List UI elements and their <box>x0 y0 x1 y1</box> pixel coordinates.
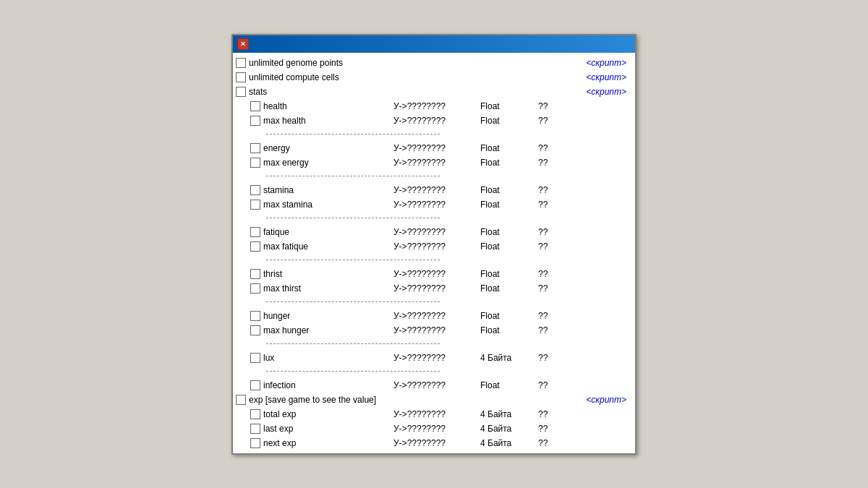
item-row: hunger У->???????? Float ?? <box>233 309 635 323</box>
item-qmarks: ?? <box>538 438 560 448</box>
section-script: <скрипт> <box>586 87 632 97</box>
item-checkbox[interactable] <box>250 101 260 111</box>
top-header-checkbox[interactable] <box>236 58 246 68</box>
item-value: У->???????? <box>393 311 480 321</box>
item-type: Float <box>480 185 538 195</box>
separator-row <box>233 128 635 141</box>
item-label: lux <box>263 353 393 363</box>
item-value: У->???????? <box>393 353 480 363</box>
content-area: unlimited genome points <скрипт> unlimit… <box>233 53 635 453</box>
item-checkbox[interactable] <box>250 200 260 210</box>
separator-row <box>233 338 635 351</box>
item-qmarks: ?? <box>538 269 560 279</box>
separator-line <box>266 343 440 344</box>
item-qmarks: ?? <box>538 325 560 335</box>
top-header-script: <скрипт> <box>586 58 632 68</box>
item-label: max health <box>263 116 393 126</box>
item-label: max stamina <box>263 200 393 210</box>
item-row: last exp У->???????? 4 Байта ?? <box>233 421 635 436</box>
item-row: total exp У->???????? 4 Байта ?? <box>233 407 635 421</box>
separator-row <box>233 365 635 378</box>
item-type: Float <box>480 380 538 390</box>
item-value: У->???????? <box>393 143 480 153</box>
item-label: thrist <box>263 269 393 279</box>
top-header-script: <скрипт> <box>586 72 632 82</box>
item-type: Float <box>480 311 538 321</box>
section-header-row: stats <скрипт> <box>233 85 635 99</box>
item-value: У->???????? <box>393 380 480 390</box>
item-label: max thirst <box>263 283 393 294</box>
item-value: У->???????? <box>393 241 480 252</box>
item-checkbox[interactable] <box>250 116 260 126</box>
item-value: У->???????? <box>393 158 480 168</box>
item-type: Float <box>480 116 538 126</box>
separator-row <box>233 254 635 267</box>
item-row: max thirst У->???????? Float ?? <box>233 281 635 296</box>
separator-row <box>233 170 635 183</box>
separator-line <box>266 301 440 302</box>
item-row: energy У->???????? Float ?? <box>233 141 635 155</box>
item-checkbox[interactable] <box>250 409 260 419</box>
item-checkbox[interactable] <box>250 269 260 279</box>
item-label: last exp <box>263 424 393 434</box>
item-checkbox[interactable] <box>250 353 260 363</box>
top-header-checkbox[interactable] <box>236 72 246 82</box>
item-label: energy <box>263 143 393 153</box>
item-checkbox[interactable] <box>250 438 260 448</box>
item-qmarks: ?? <box>538 353 560 363</box>
title-bar-left: ✕ <box>237 38 253 50</box>
item-label: health <box>263 101 393 111</box>
item-value: У->???????? <box>393 116 480 126</box>
item-row: stamina У->???????? Float ?? <box>233 183 635 197</box>
item-checkbox[interactable] <box>250 325 260 335</box>
item-checkbox[interactable] <box>250 424 260 434</box>
item-row: health У->???????? Float ?? <box>233 99 635 114</box>
item-label: max hunger <box>263 325 393 335</box>
item-row: lux У->???????? 4 Байта ?? <box>233 351 635 365</box>
close-button[interactable]: ✕ <box>237 38 249 50</box>
item-qmarks: ?? <box>538 200 560 210</box>
item-checkbox[interactable] <box>250 227 260 237</box>
item-label: max energy <box>263 158 393 168</box>
item-label: infection <box>263 380 393 390</box>
item-checkbox[interactable] <box>250 311 260 321</box>
separator-line <box>266 371 440 372</box>
item-label: fatique <box>263 227 393 237</box>
item-qmarks: ?? <box>538 241 560 252</box>
item-row: infection У->???????? Float ?? <box>233 378 635 393</box>
separator-line <box>266 218 440 218</box>
item-checkbox[interactable] <box>250 283 260 294</box>
item-checkbox[interactable] <box>250 158 260 168</box>
item-type: Float <box>480 227 538 237</box>
item-checkbox[interactable] <box>250 143 260 153</box>
item-row: next exp У->???????? 4 Байта ?? <box>233 436 635 450</box>
item-row: max fatique У->???????? Float ?? <box>233 239 635 254</box>
item-row: max health У->???????? Float ?? <box>233 114 635 128</box>
item-value: У->???????? <box>393 409 480 419</box>
item-qmarks: ?? <box>538 101 560 111</box>
item-type: Float <box>480 283 538 294</box>
section-script: <скрипт> <box>586 395 632 405</box>
separator-line <box>266 134 440 134</box>
item-type: Float <box>480 143 538 153</box>
section-checkbox[interactable] <box>236 87 246 97</box>
item-value: У->???????? <box>393 200 480 210</box>
item-type: Float <box>480 269 538 279</box>
item-checkbox[interactable] <box>250 185 260 195</box>
item-type: 4 Байта <box>480 424 538 434</box>
item-row: max energy У->???????? Float ?? <box>233 155 635 170</box>
section-checkbox[interactable] <box>236 395 246 405</box>
separator-row <box>233 212 635 225</box>
item-row: max hunger У->???????? Float ?? <box>233 323 635 338</box>
item-value: У->???????? <box>393 227 480 237</box>
item-type: Float <box>480 101 538 111</box>
item-checkbox[interactable] <box>250 380 260 390</box>
item-type: Float <box>480 158 538 168</box>
separator-row <box>233 296 635 309</box>
item-qmarks: ?? <box>538 185 560 195</box>
title-bar: ✕ <box>233 35 635 53</box>
item-checkbox[interactable] <box>250 241 260 252</box>
section-label: stats <box>249 87 586 97</box>
top-header-row: unlimited compute cells <скрипт> <box>233 70 635 85</box>
item-qmarks: ?? <box>538 380 560 390</box>
